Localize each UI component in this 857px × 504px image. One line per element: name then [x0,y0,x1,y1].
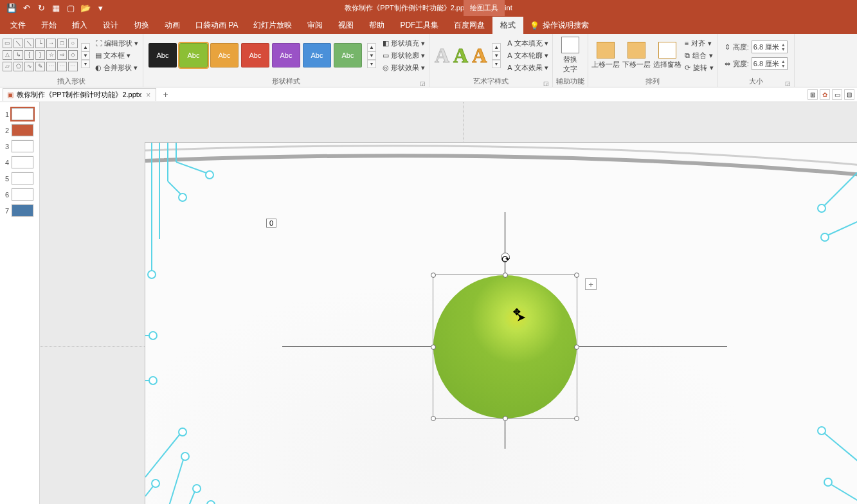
wordart-preset[interactable]: A [435,44,449,68]
close-tab-icon[interactable]: × [145,91,152,100]
style-swatch[interactable]: Abc [179,43,208,68]
tab-format[interactable]: 格式 [492,17,523,34]
wa-scroll-up-icon[interactable]: ▲ [492,43,501,51]
shape-ellipse-icon[interactable]: ○ [68,39,78,48]
size-launcher-icon[interactable]: ◲ [785,80,791,87]
thumbnail-item[interactable]: 4 [0,154,39,170]
open-icon[interactable]: 📂 [79,3,92,14]
tell-me-search[interactable]: 💡 操作说明搜索 [523,17,595,34]
shape-expand-icon[interactable]: ▾ [81,60,90,68]
thumbnail-preview[interactable] [12,108,33,120]
style-swatch[interactable]: Abc [149,43,177,68]
width-up-icon[interactable]: ▲ [781,59,786,64]
selection-pane-button[interactable]: 选择窗格 [653,36,682,75]
shape-curve-icon[interactable]: ∿ [24,62,34,71]
tab-design[interactable]: 设计 [95,17,126,34]
height-input[interactable]: 6.8 厘米▲▼ [752,40,788,53]
merge-shapes-button[interactable]: ◐合并形状▾ [93,62,140,73]
shape-rect-icon[interactable]: ▭ [3,39,12,48]
layout-options-button[interactable]: + [585,278,597,290]
thumbnail-item[interactable]: 2 [0,122,39,138]
wordart-preset[interactable]: A [472,44,487,68]
tab-home[interactable]: 开始 [33,17,64,34]
rotate-button[interactable]: ⟳旋转▾ [683,62,715,73]
from-beginning-icon[interactable]: ▦ [50,3,62,14]
shape-callout-icon[interactable]: ◇ [68,50,78,60]
thumbnail-item[interactable]: 6 [0,186,39,203]
thumbnail-preview[interactable] [12,188,33,201]
shape-scroll-up-icon[interactable]: ▲ [81,43,90,51]
thumbnail-item[interactable]: 5 [0,170,39,186]
wordart-preset[interactable]: A [453,44,468,68]
send-backward-button[interactable]: 下移一层 [622,36,651,75]
redo-icon[interactable]: ↻ [35,3,48,14]
shape-triangle-icon[interactable]: △ [3,50,12,60]
text-fill-button[interactable]: A文本填充▾ [506,37,549,49]
wa-expand-icon[interactable]: ▾ [492,60,501,68]
tab-pocket-animation[interactable]: 口袋动画 PA [188,17,246,34]
handle-w[interactable] [431,345,436,350]
tab-review[interactable]: 审阅 [300,17,330,34]
tab-slideshow[interactable]: 幻灯片放映 [246,17,300,34]
tab-baidu[interactable]: 百度网盘 [446,17,492,34]
shape-effects-button[interactable]: ◎形状效果▾ [381,62,426,73]
width-down-icon[interactable]: ▼ [781,64,786,68]
shape-styles-launcher-icon[interactable]: ◲ [420,80,426,87]
tab-animations[interactable]: 动画 [157,17,188,34]
tab-view[interactable]: 视图 [330,17,361,34]
handle-se[interactable] [574,416,579,421]
style-swatch[interactable]: Abc [272,43,300,68]
shape-arrow-icon[interactable]: → [46,39,56,48]
handle-s[interactable] [503,416,508,421]
thumbnail-item[interactable]: 7 [0,203,39,219]
shape-star-icon[interactable]: ☆ [46,50,56,60]
view-toggle-3-icon[interactable]: ▭ [832,89,842,100]
shape-more3-icon[interactable]: ⋯ [68,62,78,71]
style-scroll-up-icon[interactable]: ▲ [367,43,376,51]
shape-outline-button[interactable]: ▭形状轮廓▾ [381,50,426,61]
add-tab-icon[interactable]: + [163,89,168,100]
style-swatch[interactable]: Abc [241,43,269,68]
shape-flow1-icon[interactable]: ▱ [3,62,12,71]
shape-more1-icon[interactable]: ⋯ [46,62,56,71]
shape-arrow2-icon[interactable]: ⇨ [57,50,67,60]
thumbnail-item[interactable]: 3 [0,138,39,154]
shape-line-icon[interactable]: ＼ [14,39,23,48]
tab-insert[interactable]: 插入 [64,17,95,34]
tab-help[interactable]: 帮助 [361,17,392,34]
save-icon[interactable]: 💾 [5,3,18,14]
view-toggle-1-icon[interactable]: ⊞ [807,89,818,100]
handle-e[interactable] [574,345,579,350]
shape-line2-icon[interactable]: ＼ [24,39,34,48]
shape-rbrace-icon[interactable]: } [35,50,45,60]
handle-sw[interactable] [431,416,436,421]
shape-more2-icon[interactable]: ⋯ [57,62,67,71]
handle-ne[interactable] [574,273,579,278]
edit-shape-button[interactable]: ⛶编辑形状▾ [93,37,140,49]
tab-transitions[interactable]: 切换 [126,17,157,34]
selection-box[interactable]: ⟳ [433,274,577,419]
bring-forward-button[interactable]: 上移一层 [591,36,620,75]
shape-flow2-icon[interactable]: ⬠ [14,62,23,71]
shape-scroll-down-icon[interactable]: ▼ [81,51,90,60]
shape-gallery[interactable]: ▭ ＼ ＼ └ → □ ○ △ ↳ { } ☆ ⇨ ◇ ▱ ⬠ ∿ ✎ ⋯ ⋯ [3,39,78,73]
shape-elbow-icon[interactable]: └ [35,39,45,48]
align-button[interactable]: ≡对齐▾ [683,37,715,49]
thumbnail-preview[interactable] [12,172,33,184]
text-outline-button[interactable]: A文本轮廓▾ [506,50,549,61]
rotation-handle[interactable]: ⟳ [501,253,510,262]
textbox-button[interactable]: ▤文本框▾ [93,50,140,61]
width-input[interactable]: 6.8 厘米▲▼ [752,57,788,70]
thumbnail-preview[interactable] [12,204,33,217]
view-toggle-4-icon[interactable]: ⊟ [844,89,854,100]
style-swatch[interactable]: Abc [210,43,239,68]
height-up-icon[interactable]: ▲ [781,42,786,47]
height-down-icon[interactable]: ▼ [781,47,786,51]
qat-more-icon[interactable]: ▾ [94,3,107,14]
thumbnail-preview[interactable] [12,124,33,136]
document-tab[interactable]: ▣ 教你制作《PPT制作倒计时功能》2.pptx × [3,88,156,101]
new-icon[interactable]: ▢ [64,3,77,14]
text-effects-button[interactable]: A文本效果▾ [506,62,549,73]
style-swatch[interactable]: Abc [334,43,362,68]
group-button[interactable]: ⧉组合▾ [683,50,715,61]
